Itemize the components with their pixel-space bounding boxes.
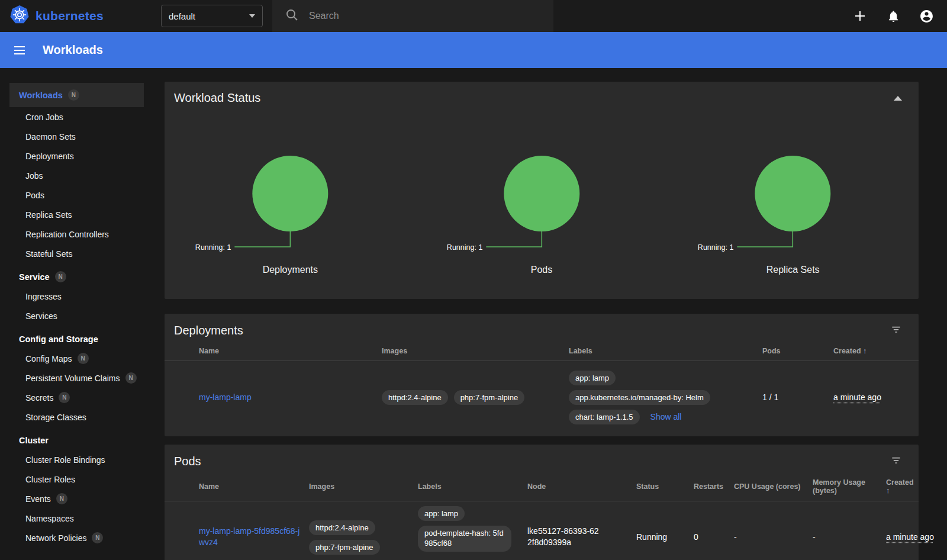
image-chip: httpd:2.4-alpine bbox=[309, 520, 375, 535]
label-chip: chart: lamp-1.1.5 bbox=[569, 410, 640, 424]
col-node: Node bbox=[527, 482, 636, 491]
sidebar-item-persistent-volume-claims[interactable]: Persistent Volume Claims N bbox=[0, 368, 154, 388]
deployments-title: Deployments bbox=[174, 324, 243, 337]
pod-cpu-usage: - bbox=[734, 532, 813, 542]
workload-status-title: Workload Status bbox=[174, 91, 260, 105]
sidebar-item-jobs[interactable]: Jobs bbox=[0, 166, 154, 185]
new-badge: N bbox=[59, 392, 70, 403]
col-labels: Labels bbox=[569, 347, 762, 355]
deployments-card: Deployments Name Images Labels Pods Crea… bbox=[165, 314, 919, 436]
pods-ratio: 1 / 1 bbox=[762, 392, 833, 402]
top-bar: kubernetes default bbox=[0, 0, 947, 32]
kubernetes-home-link[interactable]: kubernetes bbox=[0, 5, 148, 27]
namespace-select[interactable]: default bbox=[161, 5, 263, 27]
new-badge: N bbox=[125, 372, 137, 384]
filter-list-icon[interactable] bbox=[890, 323, 902, 337]
chart-annotation: Running: 1 bbox=[195, 243, 231, 252]
label-chip: pod-template-hash: 5fd985cf68 bbox=[418, 526, 511, 552]
col-cpu: CPU Usage (cores) bbox=[734, 482, 813, 491]
deployments-table-header: Name Images Labels Pods Created ↑ bbox=[165, 341, 919, 361]
pods-card: Pods Name Images Labels Node Status Rest… bbox=[165, 445, 919, 560]
col-created-sort[interactable]: Created ↑ bbox=[886, 478, 920, 495]
sidebar-item-cluster-roles[interactable]: Cluster Roles bbox=[0, 469, 154, 489]
collapse-card-icon[interactable] bbox=[894, 96, 902, 101]
pods-table-header: Name Images Labels Node Status Restarts … bbox=[165, 472, 919, 501]
new-badge: N bbox=[92, 532, 103, 543]
created-ago: a minute ago bbox=[833, 392, 881, 402]
app-bar: Workloads bbox=[0, 32, 947, 68]
pod-name-link[interactable]: my-lamp-lamp-5fd985cf68-jwvz4 bbox=[199, 526, 299, 547]
chart-label: Deployments bbox=[165, 265, 416, 275]
sidebar-item-pods[interactable]: Pods bbox=[0, 185, 154, 205]
col-status: Status bbox=[636, 482, 694, 491]
sidebar-item-replication-controllers[interactable]: Replication Controllers bbox=[0, 224, 154, 244]
sort-ascending-icon: ↑ bbox=[863, 347, 867, 355]
deployments-pie-chart: Running: 1 Deployments bbox=[165, 111, 416, 275]
account-circle-icon[interactable] bbox=[919, 8, 934, 24]
sidebar-item-deployments[interactable]: Deployments bbox=[0, 146, 154, 166]
sidebar-item-storage-classes[interactable]: Storage Classes bbox=[0, 407, 154, 427]
chart-label: Replica Sets bbox=[667, 265, 919, 275]
brand-name: kubernetes bbox=[36, 9, 104, 23]
create-resource-button[interactable] bbox=[852, 8, 868, 24]
sidebar-item-cluster[interactable]: Cluster bbox=[0, 430, 154, 450]
col-pods: Pods bbox=[762, 347, 833, 355]
pod-status: Running bbox=[636, 532, 694, 542]
namespace-value: default bbox=[169, 11, 195, 21]
sidebar-item-network-policies[interactable]: Network Policies N bbox=[0, 528, 154, 548]
chart-label: Pods bbox=[416, 265, 668, 275]
col-created-sort[interactable]: Created ↑ bbox=[833, 347, 919, 355]
pods-pie-chart: Running: 1 Pods bbox=[416, 111, 668, 275]
deployment-name-link[interactable]: my-lamp-lamp bbox=[199, 392, 252, 402]
sidebar-item-services[interactable]: Services bbox=[0, 306, 154, 326]
deployment-row: my-lamp-lamp httpd:2.4-alpine php:7-fpm-… bbox=[165, 361, 919, 433]
image-chip: httpd:2.4-alpine bbox=[382, 390, 448, 405]
new-badge: N bbox=[78, 353, 89, 364]
kubernetes-logo-icon bbox=[9, 5, 30, 27]
sidebar-item-namespaces[interactable]: Namespaces bbox=[0, 508, 154, 528]
col-images: Images bbox=[309, 482, 418, 491]
col-name: Name bbox=[199, 482, 309, 491]
sidebar-nav: Workloads N Cron Jobs Daemon Sets Deploy… bbox=[0, 68, 154, 560]
sidebar-item-cron-jobs[interactable]: Cron Jobs bbox=[0, 107, 154, 127]
notifications-bell-icon[interactable] bbox=[885, 8, 901, 24]
sidebar-item-workloads[interactable]: Workloads N bbox=[9, 83, 144, 107]
col-name: Name bbox=[199, 347, 382, 355]
sidebar-item-events[interactable]: Events N bbox=[0, 489, 154, 508]
created-ago: a minute ago bbox=[886, 532, 934, 542]
pod-memory-usage: - bbox=[813, 532, 886, 542]
page-title: Workloads bbox=[43, 43, 103, 57]
pod-row: my-lamp-lamp-5fd985cf68-jwvz4 httpd:2.4-… bbox=[165, 501, 919, 560]
new-badge: N bbox=[56, 493, 67, 504]
show-all-link[interactable]: Show all bbox=[650, 412, 682, 421]
col-images: Images bbox=[382, 347, 569, 355]
search-input[interactable] bbox=[309, 11, 510, 21]
sidebar-item-daemon-sets[interactable]: Daemon Sets bbox=[0, 127, 154, 146]
label-chip: app.kubernetes.io/managed-by: Helm bbox=[569, 390, 710, 405]
sidebar-item-cluster-role-bindings[interactable]: Cluster Role Bindings bbox=[0, 450, 154, 469]
sidebar-item-replica-sets[interactable]: Replica Sets bbox=[0, 205, 154, 224]
image-chip: php:7-fpm-alpine bbox=[454, 390, 525, 405]
sidebar-item-stateful-sets[interactable]: Stateful Sets bbox=[0, 244, 154, 263]
workload-status-charts: Running: 1 Deployments Running: 1 Pods bbox=[165, 111, 919, 275]
sidebar-item-service[interactable]: Service N bbox=[0, 267, 154, 287]
label-chip: app: lamp bbox=[569, 371, 616, 385]
new-badge: N bbox=[55, 271, 66, 282]
sidebar-item-config-and-storage[interactable]: Config and Storage bbox=[0, 329, 154, 349]
sidebar-item-secrets[interactable]: Secrets N bbox=[0, 388, 154, 407]
topbar-actions bbox=[852, 8, 947, 24]
sidebar-item-ingresses[interactable]: Ingresses bbox=[0, 287, 154, 306]
sort-ascending-icon: ↑ bbox=[886, 487, 890, 495]
pod-restarts: 0 bbox=[694, 532, 734, 542]
search-bar[interactable] bbox=[272, 0, 553, 32]
workload-status-card: Workload Status Running: 1 Deployments bbox=[165, 82, 919, 299]
pods-title: Pods bbox=[174, 455, 201, 468]
filter-list-icon[interactable] bbox=[890, 454, 902, 468]
sidebar-item-config-maps[interactable]: Config Maps N bbox=[0, 349, 154, 368]
search-icon bbox=[285, 8, 298, 24]
col-restarts: Restarts bbox=[694, 482, 734, 491]
menu-hamburger-icon[interactable] bbox=[12, 43, 27, 58]
new-badge: N bbox=[68, 89, 79, 101]
image-chip: php:7-fpm-alpine bbox=[309, 540, 380, 555]
chart-annotation: Running: 1 bbox=[447, 243, 483, 252]
